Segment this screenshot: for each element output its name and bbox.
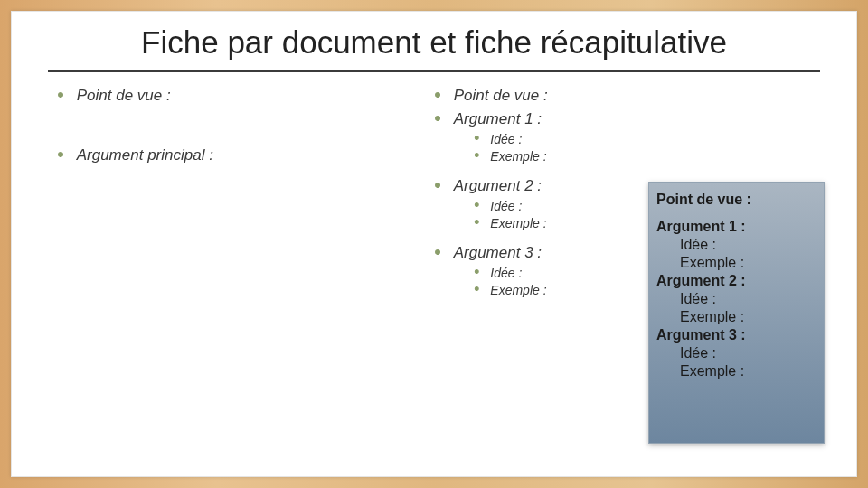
bullet-icon: • xyxy=(57,87,64,103)
right-idee-label: Idée : xyxy=(490,132,522,146)
right-arg1-idee: • Idée : xyxy=(474,132,811,146)
bullet-icon: • xyxy=(474,149,479,162)
slide-title: Fiche par document et fiche récapitulati… xyxy=(12,12,856,66)
bullet-icon: • xyxy=(474,216,479,229)
left-point-de-vue: • Point de vue : xyxy=(57,87,434,105)
right-point-de-vue: • Point de vue : xyxy=(434,87,811,105)
left-pov-label: Point de vue : xyxy=(77,87,171,105)
overlay-arg3: Argument 3 : xyxy=(656,327,815,343)
bullet-icon: • xyxy=(474,283,479,296)
right-pov-label: Point de vue : xyxy=(454,87,548,105)
bullet-icon: • xyxy=(434,177,441,193)
overlay-pov: Point de vue : xyxy=(656,192,815,208)
right-arg3-label: Argument 3 : xyxy=(454,244,542,262)
bullet-icon: • xyxy=(434,244,441,260)
bullet-icon: • xyxy=(474,266,479,278)
right-idee-label: Idée : xyxy=(490,199,522,213)
bullet-icon: • xyxy=(474,132,479,145)
right-arg1-label: Argument 1 : xyxy=(454,110,542,128)
left-argument-principal: • Argument principal : xyxy=(57,146,434,164)
right-exemple-label: Exemple : xyxy=(490,283,546,297)
right-arg2-label: Argument 2 : xyxy=(454,177,542,195)
overlay-arg2-idee: Idée : xyxy=(680,291,815,307)
right-argument-1: • Argument 1 : xyxy=(434,110,811,128)
overlay-arg1-exemple: Exemple : xyxy=(680,255,815,271)
right-exemple-label: Exemple : xyxy=(490,149,546,164)
right-arg1-exemple: • Exemple : xyxy=(474,149,811,164)
right-idee-label: Idée : xyxy=(490,266,522,280)
bullet-icon: • xyxy=(434,110,441,127)
overlay-arg3-idee: Idée : xyxy=(680,345,815,361)
left-column: • Point de vue : • Argument principal : xyxy=(57,81,434,300)
right-exemple-label: Exemple : xyxy=(490,216,546,230)
overlay-arg2-exemple: Exemple : xyxy=(680,309,815,325)
overlay-arg1: Argument 1 : xyxy=(656,219,815,235)
overlay-arg3-exemple: Exemple : xyxy=(680,363,815,380)
bullet-icon: • xyxy=(57,146,64,163)
bullet-icon: • xyxy=(474,199,479,211)
overlay-arg1-idee: Idée : xyxy=(680,237,815,253)
bullet-icon: • xyxy=(434,87,441,103)
slide: Fiche par document et fiche récapitulati… xyxy=(11,11,857,477)
left-argp-label: Argument principal : xyxy=(77,146,213,164)
overlay-arg2: Argument 2 : xyxy=(656,273,815,289)
summary-overlay-box: Point de vue : Argument 1 : Idée : Exemp… xyxy=(648,182,825,444)
